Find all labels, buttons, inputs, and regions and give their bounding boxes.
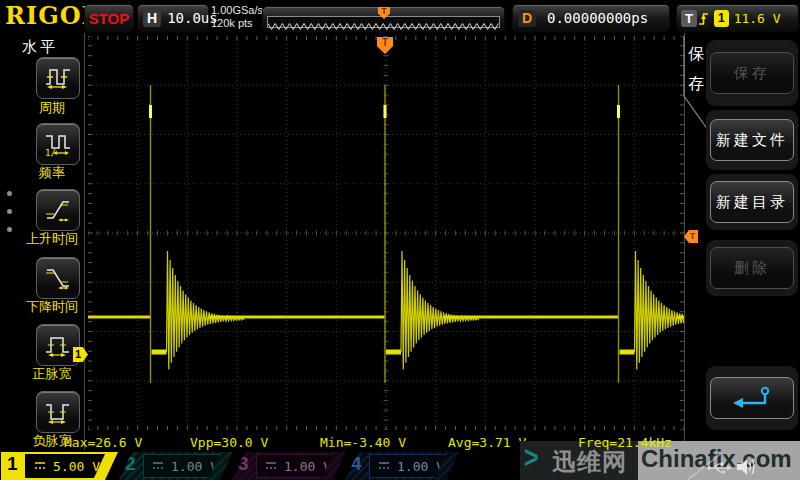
measure-period-button[interactable] <box>36 57 80 99</box>
speaker-icon <box>735 457 757 477</box>
delay-value: 0.00000000ps <box>547 10 658 26</box>
measure-fall-time-label: 下降时间 <box>4 298 100 316</box>
save-button[interactable]: 保存 <box>710 52 794 94</box>
watermark-cn-text: 迅维网 <box>552 446 627 478</box>
channel-4-number: 4 <box>351 453 362 475</box>
menu-page-dot <box>7 191 12 196</box>
channel-2-scale: 1.00 V <box>171 459 218 474</box>
rising-edge-icon <box>697 10 710 27</box>
horizontal-label: H <box>143 10 161 27</box>
trigger-level-marker[interactable]: T <box>684 230 698 243</box>
softkey-slot: 删除 <box>706 240 798 296</box>
new-file-button[interactable]: 新建文件 <box>710 119 794 161</box>
back-button[interactable] <box>710 377 794 419</box>
return-arrow-icon <box>730 385 774 411</box>
usb-icon <box>706 461 733 475</box>
dc-coupling-icon <box>152 461 164 471</box>
channel-2-number: 2 <box>125 453 136 475</box>
delay-label: D <box>518 10 536 27</box>
measure-rise-time-label: 上升时间 <box>4 230 100 248</box>
dc-coupling-icon <box>34 461 46 471</box>
channel-3-number: 3 <box>238 453 249 475</box>
measure-positive-width-label: 正脉宽 <box>4 365 100 383</box>
dc-coupling-icon <box>378 461 390 471</box>
softkey-slot: 新建目录 <box>706 174 798 230</box>
channel-4-tab[interactable]: 4 1.00 V <box>345 452 459 480</box>
channel1-ground-marker[interactable]: 1 <box>73 347 88 362</box>
negative-pulse-width-icon <box>44 399 72 425</box>
run-state-indicator: STOP <box>84 4 134 32</box>
channel-3-scale: 1.00 V <box>284 459 331 474</box>
memory-depth: 120k pts <box>211 17 263 30</box>
save-menu-tab: 保 <box>688 44 704 65</box>
dc-coupling-icon <box>265 461 277 471</box>
channel-4-scale: 1.00 V <box>397 459 444 474</box>
frequency-icon: 1/ <box>44 131 72 157</box>
measure-period-label: 周期 <box>4 99 100 117</box>
timebase-box: H 10.0us <box>137 4 209 32</box>
measure-frequency-label: 频率 <box>4 164 100 182</box>
measurement-vpp: Vpp=30.0 V <box>190 435 268 450</box>
watermark-arrow-icon: > <box>524 439 539 475</box>
measurement-max: Max=26.6 V <box>64 435 142 450</box>
period-icon <box>44 65 72 91</box>
trigger-box: T 1 11.6 V <box>676 4 799 32</box>
new-folder-button[interactable]: 新建目录 <box>710 181 794 223</box>
measurement-avg: Avg=3.71 V <box>448 435 526 450</box>
left-screen-border <box>84 33 85 450</box>
trigger-level-value: 11.6 V <box>734 11 781 26</box>
menu-page-dot <box>7 227 12 232</box>
delay-box: D 0.00000000ps <box>512 4 670 32</box>
channel-1-tab[interactable]: 1 5.00 V <box>1 452 118 480</box>
sample-rate: 1.00GSa/s <box>211 4 263 17</box>
measure-negative-width-button[interactable] <box>36 391 80 433</box>
positive-pulse-width-icon <box>44 332 72 358</box>
fall-time-icon <box>44 265 72 291</box>
measure-menu-header: 水平 <box>22 38 58 57</box>
oscilloscope-screen: RIGOL STOP H 10.0us 1.00GSa/s 120k pts T… <box>0 0 800 480</box>
save-menu-tab: 存 <box>688 74 704 95</box>
softkey-slot <box>706 366 798 430</box>
measurement-freq: Freq=21.4kHz <box>578 435 672 450</box>
measurement-min: Min=-3.40 V <box>320 435 406 450</box>
acquisition-info: 1.00GSa/s 120k pts <box>211 4 263 30</box>
rise-time-icon <box>44 197 72 223</box>
channel-3-tab[interactable]: 3 1.00 V <box>232 452 346 480</box>
measure-frequency-button[interactable]: 1/ <box>36 123 80 165</box>
softkey-slot: 新建文件 <box>706 110 798 170</box>
channel-2-tab[interactable]: 2 1.00 V <box>119 452 233 480</box>
graticule-waveform-display <box>88 36 684 430</box>
trigger-label: T <box>681 10 697 27</box>
channel-1-number: 1 <box>7 453 18 475</box>
preview-wave-icon <box>268 21 499 31</box>
measure-fall-time-button[interactable] <box>36 257 80 299</box>
delete-button[interactable]: 删除 <box>710 247 794 289</box>
waveform-preview-bar: T <box>262 6 505 32</box>
softkey-slot: 保存 <box>706 40 798 106</box>
trigger-source-badge: 1 <box>714 10 729 27</box>
channel-1-scale: 5.00 V <box>53 459 100 474</box>
menu-page-dot <box>7 209 12 214</box>
measure-rise-time-button[interactable] <box>36 189 80 231</box>
